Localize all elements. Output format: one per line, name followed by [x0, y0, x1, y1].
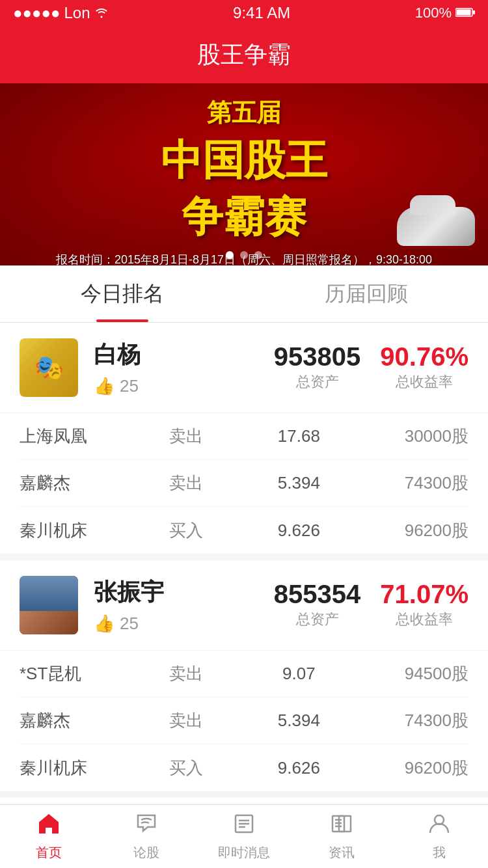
home-icon [37, 812, 61, 841]
battery-label: 100% [415, 5, 452, 21]
status-bar-left: ●●●●● Lon [13, 4, 109, 22]
battery-icon [455, 5, 475, 21]
trade-price-2-3: 9.626 [249, 758, 349, 778]
player-stats-2: 855354 总资产 71.07% 总收益率 [274, 581, 468, 629]
discuss-icon [135, 812, 158, 841]
banner-dot-1[interactable] [226, 251, 234, 259]
nav-discuss-label: 论股 [133, 844, 159, 861]
player-info-1: 白杨 👍 25 [94, 339, 274, 396]
trade-row-1-3: 秦川机床 买入 9.626 96200股 [20, 507, 468, 554]
trade-type-2-2: 卖出 [169, 709, 249, 732]
trade-rows-1: 上海凤凰 卖出 17.68 30000股 嘉麟杰 卖出 5.394 74300股… [0, 413, 488, 554]
trade-rows-2: *ST昆机 卖出 9.07 94500股 嘉麟杰 卖出 5.394 74300股… [0, 651, 488, 791]
trade-type-1-2: 卖出 [169, 472, 249, 495]
player-avatar-1: 🎭 [20, 338, 78, 397]
banner-dot-2[interactable] [240, 251, 248, 259]
trade-type-1-1: 卖出 [169, 425, 249, 448]
player-likes-2: 👍 25 [94, 614, 274, 634]
svg-rect-2 [473, 10, 475, 14]
trade-name-2-3: 秦川机床 [20, 757, 169, 780]
promotional-banner[interactable]: 第五届 中国股王 争霸赛 报名时间：2015年8月1日-8月17日（周六、周日照… [0, 83, 488, 265]
player-header-1: 🎭 白杨 👍 25 953805 总资产 90.76% [0, 323, 488, 413]
trade-type-1-3: 买入 [169, 519, 249, 542]
tab-history-review[interactable]: 历届回顾 [244, 265, 488, 322]
nav-messages[interactable]: 即时消息 [195, 812, 293, 861]
nav-home[interactable]: 首页 [0, 812, 98, 861]
player-info-2: 张振宇 👍 25 [94, 576, 274, 634]
thumb-up-icon-1: 👍 [94, 376, 115, 396]
trade-row-1-1: 上海凤凰 卖出 17.68 30000股 [20, 413, 468, 460]
trade-shares-2-2: 74300股 [349, 709, 468, 732]
player-card-2: 张振宇 👍 25 855354 总资产 71.07% 总收益率 [0, 560, 488, 791]
status-bar-right: 100% [415, 5, 475, 21]
trade-price-2-1: 9.07 [249, 664, 349, 684]
banner-title-part1: 中国股王 [161, 132, 327, 189]
trade-shares-2-3: 96200股 [349, 757, 468, 780]
app-header: 股王争霸 [0, 26, 488, 83]
player-header-2: 张振宇 👍 25 855354 总资产 71.07% 总收益率 [0, 560, 488, 651]
trade-shares-2-1: 94500股 [349, 662, 468, 685]
tab-today-ranking[interactable]: 今日排名 [0, 265, 244, 322]
nav-profile[interactable]: 我 [390, 812, 488, 861]
status-time: 9:41 AM [233, 4, 290, 22]
trade-name-1-1: 上海凤凰 [20, 425, 169, 448]
status-bar: ●●●●● Lon 9:41 AM 100% [0, 0, 488, 26]
player-card-1: 🎭 白杨 👍 25 953805 总资产 90.76% [0, 323, 488, 554]
nav-messages-label: 即时消息 [218, 844, 270, 861]
trade-shares-1-3: 96200股 [349, 519, 468, 542]
trade-row-2-3: 秦川机床 买入 9.626 96200股 [20, 744, 468, 791]
wifi-icon [94, 4, 109, 22]
trade-name-2-1: *ST昆机 [20, 662, 169, 685]
nav-discuss[interactable]: 论股 [98, 812, 195, 861]
nav-news-label: 资讯 [329, 844, 355, 861]
trade-name-1-2: 嘉麟杰 [20, 472, 169, 495]
banner-subtitle-top: 第五届 [20, 96, 468, 129]
rate-label-2: 总收益率 [380, 610, 468, 629]
trade-name-1-3: 秦川机床 [20, 519, 169, 542]
bottom-navigation: 首页 论股 即时消息 [0, 804, 488, 868]
thumb-up-icon-2: 👍 [94, 614, 115, 634]
player-stats-1: 953805 总资产 90.76% 总收益率 [274, 344, 468, 392]
nav-profile-label: 我 [433, 844, 446, 861]
likes-count-2: 25 [120, 614, 139, 634]
trade-type-2-1: 卖出 [169, 662, 249, 685]
player-rate-2: 71.07% [380, 581, 468, 607]
player-assets-1: 953805 [274, 344, 360, 370]
player-name-2: 张振宇 [94, 576, 274, 608]
rankings-list: 🎭 白杨 👍 25 953805 总资产 90.76% [0, 323, 488, 868]
avatar-zhangzhenyu [20, 576, 78, 634]
banner-title-part2: 争霸赛 [182, 189, 306, 245]
signal-dots: ●●●●● [13, 4, 60, 22]
player-likes-1: 👍 25 [94, 376, 274, 396]
tab-bar: 今日排名 历届回顾 [0, 265, 488, 323]
trade-shares-1-2: 74300股 [349, 472, 468, 495]
avatar-baiyang: 🎭 [20, 338, 78, 397]
trade-price-2-2: 5.394 [249, 711, 349, 731]
page-title: 股王争霸 [197, 39, 291, 71]
nav-news[interactable]: 资讯 [293, 812, 390, 861]
news-icon [330, 812, 353, 841]
trade-row-2-2: 嘉麟杰 卖出 5.394 74300股 [20, 698, 468, 744]
trade-shares-1-1: 30000股 [349, 425, 468, 448]
assets-label-2: 总资产 [274, 610, 360, 629]
trade-price-1-3: 9.626 [249, 521, 349, 541]
player-assets-2: 855354 [274, 581, 360, 607]
trade-row-2-1: *ST昆机 卖出 9.07 94500股 [20, 651, 468, 698]
player-avatar-2 [20, 576, 78, 634]
trade-name-2-2: 嘉麟杰 [20, 709, 169, 732]
trade-price-1-1: 17.68 [249, 426, 349, 446]
trade-type-2-3: 买入 [169, 757, 249, 780]
trade-row-1-2: 嘉麟杰 卖出 5.394 74300股 [20, 460, 468, 507]
svg-rect-1 [457, 10, 471, 16]
messages-icon [232, 812, 256, 841]
likes-count-1: 25 [120, 376, 139, 396]
banner-dots [226, 251, 262, 259]
trade-price-1-2: 5.394 [249, 473, 349, 493]
banner-dot-3[interactable] [254, 251, 262, 259]
nav-home-label: 首页 [36, 844, 62, 861]
assets-label-1: 总资产 [274, 372, 360, 392]
rate-label-1: 总收益率 [380, 372, 468, 392]
player-rate-1: 90.76% [380, 344, 468, 370]
profile-icon [427, 812, 451, 841]
banner-car-decoration [397, 207, 475, 246]
